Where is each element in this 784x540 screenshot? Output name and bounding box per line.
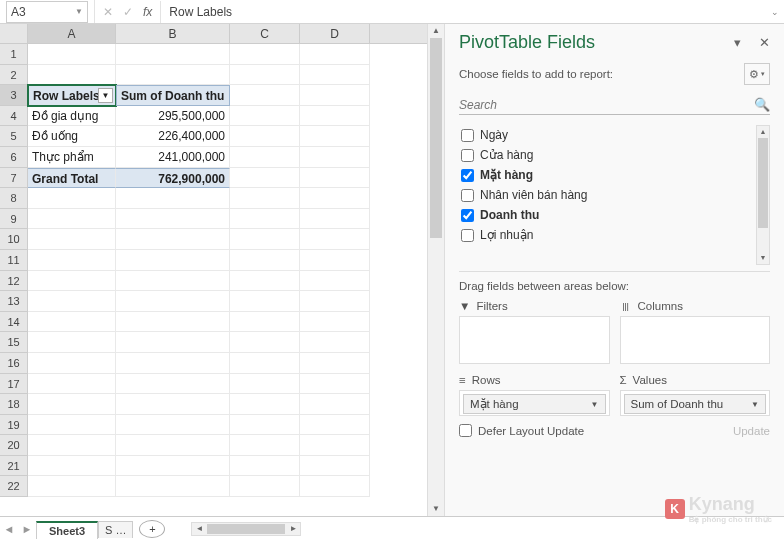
cell[interactable]	[28, 188, 116, 209]
cell[interactable]	[116, 476, 230, 497]
cell[interactable]	[230, 147, 300, 168]
cell[interactable]	[300, 168, 370, 189]
sheet-tab-active[interactable]: Sheet3	[36, 521, 98, 539]
sheet-tab-next[interactable]: S …	[98, 521, 133, 538]
rows-area[interactable]: ≡Rows Mặt hàng▼	[459, 374, 610, 416]
cell[interactable]	[300, 332, 370, 353]
cell[interactable]	[300, 229, 370, 250]
cell[interactable]	[230, 209, 300, 230]
cell[interactable]	[300, 353, 370, 374]
cell[interactable]	[28, 415, 116, 436]
row-header[interactable]: 22	[0, 476, 28, 497]
scroll-thumb[interactable]	[758, 138, 768, 228]
cell[interactable]	[300, 126, 370, 147]
filter-dropdown-icon[interactable]: ▼	[98, 88, 113, 103]
cell[interactable]	[116, 250, 230, 271]
cell[interactable]	[230, 65, 300, 86]
cell[interactable]	[300, 65, 370, 86]
cell[interactable]: Thực phẩm	[28, 147, 116, 168]
tab-nav-prev[interactable]: ◄	[0, 523, 18, 535]
cell[interactable]	[300, 271, 370, 292]
columns-area[interactable]: ⫼Columns	[620, 300, 771, 364]
cell[interactable]	[230, 353, 300, 374]
add-sheet-button[interactable]: +	[139, 520, 165, 538]
cell[interactable]	[28, 250, 116, 271]
cell[interactable]	[116, 394, 230, 415]
cell[interactable]	[230, 394, 300, 415]
search-icon[interactable]: 🔍	[754, 97, 770, 112]
cell[interactable]	[116, 229, 230, 250]
scroll-up-icon[interactable]: ▲	[757, 126, 769, 138]
layout-options-button[interactable]: ⚙▾	[744, 63, 770, 85]
field-search[interactable]: 🔍	[459, 95, 770, 115]
scroll-right-icon[interactable]: ►	[286, 524, 300, 533]
rows-chip[interactable]: Mặt hàng▼	[463, 394, 606, 414]
cell[interactable]	[28, 456, 116, 477]
cell[interactable]	[116, 209, 230, 230]
row-header[interactable]: 4	[0, 106, 28, 127]
cell[interactable]	[116, 415, 230, 436]
field-checkbox[interactable]	[461, 189, 474, 202]
cell[interactable]	[116, 65, 230, 86]
fx-icon[interactable]: fx	[143, 5, 152, 19]
cell[interactable]	[230, 271, 300, 292]
cell[interactable]	[28, 394, 116, 415]
defer-checkbox[interactable]	[459, 424, 472, 437]
scroll-up-icon[interactable]: ▲	[428, 24, 444, 38]
grid-vertical-scrollbar[interactable]: ▲ ▼	[427, 24, 444, 516]
field-item[interactable]: Ngày	[459, 125, 770, 145]
row-header[interactable]: 19	[0, 415, 28, 436]
filters-area[interactable]: ▼Filters	[459, 300, 610, 364]
scroll-thumb[interactable]	[207, 524, 285, 534]
row-header[interactable]: 17	[0, 374, 28, 395]
cell[interactable]	[116, 332, 230, 353]
field-item[interactable]: Doanh thu	[459, 205, 770, 225]
row-header[interactable]: 12	[0, 271, 28, 292]
cell[interactable]	[28, 374, 116, 395]
cell[interactable]	[230, 415, 300, 436]
cell[interactable]: Đồ gia dụng	[28, 106, 116, 127]
scroll-left-icon[interactable]: ◄	[192, 524, 206, 533]
cell[interactable]	[28, 65, 116, 86]
cell[interactable]	[230, 312, 300, 333]
cell[interactable]	[116, 312, 230, 333]
scroll-thumb[interactable]	[430, 38, 442, 238]
cell[interactable]	[300, 456, 370, 477]
scroll-down-icon[interactable]: ▼	[428, 502, 444, 516]
row-header[interactable]: 14	[0, 312, 28, 333]
rows-dropzone[interactable]: Mặt hàng▼	[459, 390, 610, 416]
cell[interactable]	[300, 209, 370, 230]
cell[interactable]	[230, 374, 300, 395]
cell[interactable]	[28, 44, 116, 65]
cell[interactable]	[300, 85, 370, 106]
row-header[interactable]: 1	[0, 44, 28, 65]
row-header[interactable]: 10	[0, 229, 28, 250]
values-chip[interactable]: Sum of Doanh thu▼	[624, 394, 767, 414]
col-header-A[interactable]: A	[28, 24, 116, 43]
cell[interactable]	[28, 229, 116, 250]
row-header[interactable]: 16	[0, 353, 28, 374]
cell[interactable]	[230, 85, 300, 106]
cell[interactable]	[28, 312, 116, 333]
cell[interactable]	[230, 250, 300, 271]
row-header[interactable]: 13	[0, 291, 28, 312]
cell[interactable]	[28, 271, 116, 292]
cell[interactable]	[230, 291, 300, 312]
row-header[interactable]: 8	[0, 188, 28, 209]
close-icon[interactable]: ✕	[759, 35, 770, 50]
horizontal-scrollbar[interactable]: ◄ ►	[191, 522, 784, 536]
cell[interactable]	[28, 353, 116, 374]
spreadsheet-grid[interactable]: A B C D 123Row Labels▼Sum of Doanh thu4Đ…	[0, 24, 427, 516]
col-header-D[interactable]: D	[300, 24, 370, 43]
cell[interactable]	[300, 476, 370, 497]
row-header[interactable]: 20	[0, 435, 28, 456]
check-icon[interactable]: ✓	[123, 5, 133, 19]
row-header[interactable]: 2	[0, 65, 28, 86]
chevron-down-icon[interactable]: ▼	[75, 7, 83, 16]
row-header[interactable]: 5	[0, 126, 28, 147]
tab-nav-next[interactable]: ►	[18, 523, 36, 535]
cell[interactable]: Row Labels▼	[28, 85, 116, 106]
values-dropzone[interactable]: Sum of Doanh thu▼	[620, 390, 771, 416]
row-header[interactable]: 15	[0, 332, 28, 353]
cell[interactable]	[28, 209, 116, 230]
